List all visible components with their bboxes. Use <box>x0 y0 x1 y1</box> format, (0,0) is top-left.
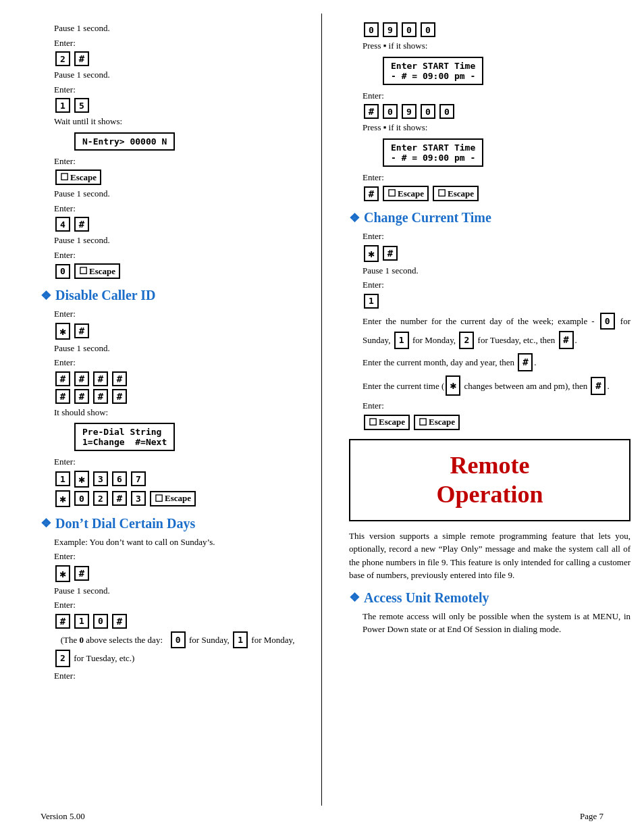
keys-cct-2: 1 <box>363 293 630 309</box>
key-dont-0: 0 <box>93 614 108 629</box>
dont-pause: Pause 1 second. <box>54 584 308 598</box>
enter-pre-1: Enter: <box>363 89 630 103</box>
key-0a: 0 <box>55 264 70 279</box>
dont-enter-2: Enter: <box>54 598 308 612</box>
pause-disable-1: Pause 1 second. <box>54 342 308 355</box>
keys-row-4: 4 # <box>54 216 308 232</box>
key-d7: 7 <box>131 471 146 486</box>
keys-disable-row3a: 1 ✱ 3 6 7 <box>54 470 308 488</box>
right-column: 0 9 0 0 Press ▪ if it shows: Enter START… <box>322 14 644 806</box>
diamond-icon-2: ❖ <box>41 516 51 531</box>
key-p9a: 9 <box>383 22 398 37</box>
remote-operation-box: Remote Operation <box>349 439 630 521</box>
keys-pre1: 0 9 0 0 <box>363 22 630 38</box>
key-hash-cct: # <box>383 246 398 261</box>
key-pre-0b: 0 <box>421 104 435 119</box>
key-pre-0c: 0 <box>439 104 454 119</box>
disable-caller-id-heading: ❖ Disable Caller ID <box>41 288 308 303</box>
dont-example: Example: You don’t want to call on Sunda… <box>54 536 308 549</box>
key-h5: # <box>55 389 70 404</box>
key-star-1: ✱ <box>55 323 70 340</box>
key-star-d3b: ✱ <box>55 490 70 507</box>
wait-text: Wait until it shows: <box>54 115 308 128</box>
key-hash-1: # <box>74 51 89 66</box>
enter-text-4: Enter: <box>54 202 308 215</box>
key-p0b: 0 <box>402 22 417 37</box>
key-hash-dont: # <box>74 566 89 581</box>
dont-dial-section: Example: You don’t want to call on Sunda… <box>54 536 308 683</box>
key-pre3-h: # <box>364 186 379 201</box>
diamond-icon-3: ❖ <box>349 211 360 226</box>
key-5: 5 <box>74 98 89 113</box>
dont-note: (The 0 above selects the day: 0 for Sund… <box>54 631 308 668</box>
keys-star-hash-1: ✱ # <box>54 322 308 340</box>
key-cct-h2: # <box>518 353 533 371</box>
key-note-2: 2 <box>55 650 70 667</box>
key-escape-2: Escape <box>74 263 120 279</box>
remote-operation-title: Remote Operation <box>364 451 616 509</box>
access-unit-desc: The remote access will only be possible … <box>363 610 630 636</box>
key-escape-cct1: Escape <box>364 415 410 430</box>
key-h8: # <box>112 389 127 404</box>
diamond-icon-4: ❖ <box>349 590 360 605</box>
key-db0: 0 <box>74 491 89 506</box>
key-p0c: 0 <box>421 22 435 37</box>
keys-row-2: 1 5 <box>54 97 308 113</box>
enter-text-2: Enter: <box>54 83 308 97</box>
pause-text-4: Pause 1 second. <box>54 234 308 247</box>
key-cct-star2: ✱ <box>446 375 460 396</box>
cct-desc-2: Enter the current month, day and year, t… <box>363 353 630 372</box>
display-nentry: N-Entry> 00000 N <box>74 132 175 151</box>
pause-text-2: Pause 1 second. <box>54 68 308 82</box>
left-column: Pause 1 second. Enter: 2 # Pause 1 secon… <box>0 14 322 806</box>
key-1a: 1 <box>55 98 70 113</box>
key-d3: 3 <box>93 471 108 486</box>
keys-cct-1: ✱ # <box>363 244 630 263</box>
display-starttime-1: Enter START Time- # = 09:00 pm - <box>383 57 483 85</box>
key-h2: # <box>74 371 89 386</box>
key-h3: # <box>93 371 108 386</box>
should-show-text: It should show: <box>54 406 308 419</box>
cct-desc-3: Enter the current time (✱ changes betwee… <box>363 375 630 396</box>
cct-enter-3: Enter: <box>363 399 630 413</box>
keys-dont-2: # 1 0 # <box>54 613 308 629</box>
key-cct-d0: 0 <box>600 313 615 330</box>
key-escape-cct2: Escape <box>414 415 460 430</box>
footer: Version 5.00 Page 7 <box>0 806 644 827</box>
enter-disable-2: Enter: <box>54 356 308 369</box>
enter-text-3: Enter: <box>54 155 308 168</box>
dont-enter-1: Enter: <box>54 550 308 563</box>
press-if-2: Press ▪ if it shows: <box>363 121 630 134</box>
key-cct-h3: # <box>591 377 606 395</box>
pre-disable-section: Pause 1 second. Enter: 2 # Pause 1 secon… <box>54 22 308 280</box>
key-dont-h: # <box>55 614 70 629</box>
key-d6: 6 <box>112 471 127 486</box>
dont-enter-3: Enter: <box>54 669 308 683</box>
key-cct-dh: # <box>559 331 574 349</box>
key-d1: 1 <box>55 471 70 486</box>
key-h4: # <box>112 371 127 386</box>
version-text: Version 5.00 <box>41 811 85 822</box>
enter-text-1: Enter: <box>54 36 308 50</box>
key-escape-pre1: Escape <box>383 186 429 201</box>
keys-hash-row-2: # # # # <box>54 388 308 405</box>
remote-operation-desc: This version supports a simple remote pr… <box>349 529 630 582</box>
key-h7: # <box>93 389 108 404</box>
key-note-1: 1 <box>233 631 248 649</box>
enter-disable-3: Enter: <box>54 455 308 469</box>
keys-row-0-escape: 0 Escape <box>54 263 308 280</box>
page: Pause 1 second. Enter: 2 # Pause 1 secon… <box>0 0 644 834</box>
cct-enter-2: Enter: <box>363 278 630 292</box>
key-p0a: 0 <box>364 22 379 37</box>
dont-dial-heading: ❖ Don’t Dial Certain Days <box>41 516 308 531</box>
key-escape-pre2: Escape <box>433 186 479 201</box>
key-dbh: # <box>112 491 127 506</box>
keys-disable-row3b: ✱ 0 2 # 3 Escape <box>54 490 308 508</box>
key-escape-1: Escape <box>55 170 101 185</box>
key-db3: 3 <box>131 491 146 506</box>
pre-change-section: 0 9 0 0 Press ▪ if it shows: Enter START… <box>363 22 630 202</box>
key-star-d2: ✱ <box>74 471 89 488</box>
keys-hash-row-1: # # # # <box>54 371 308 387</box>
key-4: 4 <box>55 217 70 232</box>
key-escape-d: Escape <box>150 491 196 506</box>
